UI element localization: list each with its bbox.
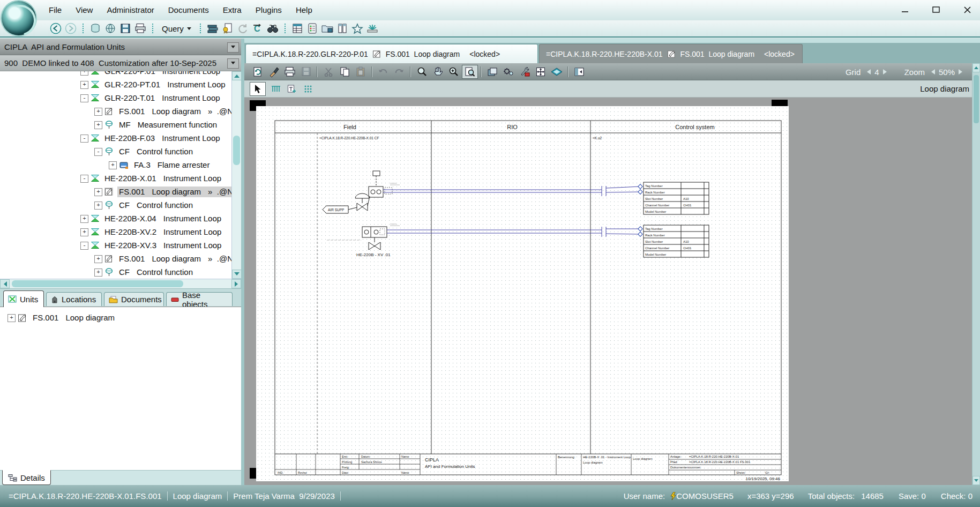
back-icon[interactable] bbox=[48, 21, 63, 35]
maximize-button[interactable] bbox=[927, 3, 945, 16]
expander[interactable]: + bbox=[80, 71, 88, 76]
grid-decrease-icon[interactable] bbox=[864, 69, 871, 74]
menu-view[interactable]: View bbox=[69, 0, 100, 20]
layer-selector[interactable]: 900 DEMO linked to 408 Customization aft… bbox=[0, 55, 241, 71]
display-options-icon[interactable] bbox=[500, 65, 517, 79]
redo-icon[interactable] bbox=[391, 65, 407, 79]
update-c-icon[interactable]: C bbox=[250, 21, 265, 35]
tab-locations[interactable]: Locations bbox=[46, 292, 102, 306]
tab-base-objects[interactable]: Base objects bbox=[166, 292, 233, 306]
query-dropdown[interactable]: Query bbox=[158, 22, 196, 35]
tree-item-selected[interactable]: + FS.001Loop diagram» .@Nam bbox=[0, 185, 231, 199]
minimize-button[interactable] bbox=[896, 3, 914, 16]
scroll-down-icon[interactable] bbox=[232, 270, 242, 279]
tree-item[interactable]: + CFControl function bbox=[0, 199, 231, 212]
document-tab-glr[interactable]: =CIPLA.K.18.R-220.GLR-220-P.01 FS.001 Lo… bbox=[245, 44, 538, 63]
tree-item[interactable]: + MFMeasurement function bbox=[0, 118, 231, 132]
menu-administrator[interactable]: Administrator bbox=[100, 0, 161, 20]
tab-units[interactable]: Units bbox=[3, 290, 44, 307]
copy-icon[interactable] bbox=[336, 65, 353, 79]
expander[interactable]: - bbox=[80, 242, 88, 250]
tools-icon[interactable] bbox=[517, 65, 533, 79]
expander[interactable]: + bbox=[94, 202, 102, 210]
menu-plugins[interactable]: Plugins bbox=[249, 0, 289, 20]
tree-item[interactable]: - HE-220B-F.03Instrument Loop bbox=[0, 132, 231, 145]
connection-comb-icon[interactable] bbox=[268, 82, 284, 96]
project-selector[interactable]: CIPLA API and Formulation Units bbox=[0, 39, 241, 55]
cut-icon[interactable] bbox=[320, 65, 336, 79]
expander[interactable]: + bbox=[80, 228, 88, 236]
certificate-document-icon[interactable] bbox=[220, 21, 235, 35]
grid-points-icon[interactable] bbox=[300, 82, 316, 96]
tab-details[interactable]: Details bbox=[2, 470, 51, 485]
expander[interactable]: + bbox=[80, 215, 88, 223]
print-icon[interactable] bbox=[133, 21, 148, 35]
select-cursor-icon[interactable] bbox=[250, 82, 266, 96]
expander[interactable]: + bbox=[94, 188, 102, 196]
zoom-increase-icon[interactable] bbox=[959, 69, 965, 74]
close-button[interactable] bbox=[959, 3, 976, 16]
tree-item[interactable]: - CFControl function bbox=[0, 145, 231, 159]
query-table-icon[interactable] bbox=[290, 21, 305, 35]
checklist-document-icon[interactable] bbox=[305, 21, 320, 35]
save-icon[interactable] bbox=[118, 21, 133, 35]
tree-item[interactable]: + HE-220B-X.04Instrument Loop bbox=[0, 212, 231, 226]
document-vertical-scrollbar[interactable] bbox=[972, 63, 980, 485]
scroll-right-icon[interactable] bbox=[231, 279, 241, 288]
project-dropdown-icon[interactable] bbox=[227, 42, 239, 53]
lens-3d-icon[interactable] bbox=[549, 65, 565, 79]
scrollbar-thumb[interactable] bbox=[233, 136, 240, 165]
insert-text-icon[interactable] bbox=[284, 82, 300, 96]
expander[interactable]: + bbox=[94, 121, 102, 129]
scrollbar-thumb[interactable] bbox=[974, 75, 979, 123]
forward-icon[interactable] bbox=[63, 21, 78, 35]
expander[interactable]: + bbox=[109, 161, 117, 169]
layers-icon[interactable] bbox=[484, 65, 500, 79]
columns-icon[interactable] bbox=[335, 21, 350, 35]
zoom-icon[interactable] bbox=[414, 65, 430, 79]
scroll-down-icon[interactable] bbox=[972, 476, 980, 485]
side-panel-icon[interactable] bbox=[571, 65, 587, 79]
tree-item[interactable]: + FA.3Flame arrester bbox=[0, 159, 231, 172]
tree-item[interactable]: + CFControl function bbox=[0, 266, 231, 279]
expander[interactable]: + bbox=[80, 81, 88, 89]
zoom-window-icon[interactable] bbox=[462, 65, 478, 79]
loop-diagram-canvas[interactable]: Field RIO Control system =CIPLA.K.18.R-2… bbox=[256, 106, 789, 481]
expander[interactable]: - bbox=[80, 175, 88, 183]
pan-hand-icon[interactable] bbox=[430, 65, 446, 79]
tree-vertical-scrollbar[interactable] bbox=[231, 71, 242, 279]
tab-documents[interactable]: Documents bbox=[104, 292, 164, 306]
document-tab-he[interactable]: =CIPLA.K.18.R-220.HE-220B-X.01 FS.001 Lo… bbox=[539, 44, 803, 63]
paste-icon[interactable] bbox=[353, 65, 369, 79]
tree-item[interactable]: - HE-220B-XV.3Instrument Loop bbox=[0, 239, 231, 252]
print-icon[interactable] bbox=[282, 65, 298, 79]
undo-icon[interactable] bbox=[375, 65, 391, 79]
reload-document-icon[interactable] bbox=[250, 65, 266, 79]
layer-dropdown-icon[interactable] bbox=[227, 58, 239, 69]
tree-item[interactable]: - GLR-220-T.01Instrument Loop bbox=[0, 92, 231, 105]
menu-help[interactable]: Help bbox=[289, 0, 319, 20]
refresh-icon[interactable] bbox=[235, 21, 250, 35]
expander[interactable]: + bbox=[94, 108, 102, 116]
folder-save-icon[interactable] bbox=[320, 21, 335, 35]
menu-documents[interactable]: Documents bbox=[161, 0, 216, 20]
globe-icon[interactable] bbox=[103, 21, 118, 35]
scrollbar-thumb[interactable] bbox=[12, 280, 183, 287]
save-icon[interactable] bbox=[298, 65, 314, 79]
scroll-left-icon[interactable] bbox=[0, 279, 10, 288]
redline-brush-icon[interactable] bbox=[266, 65, 282, 79]
bookshelf-icon[interactable] bbox=[205, 21, 220, 35]
tree-item[interactable]: - HE-220B-X.01Instrument Loop bbox=[0, 172, 231, 185]
expander[interactable]: - bbox=[94, 148, 102, 156]
tree-item[interactable]: + FS.001Loop diagram» .@Nam bbox=[0, 105, 231, 118]
tree-item[interactable]: + GLR-220-P.01Instrument Loop bbox=[0, 71, 231, 78]
expander[interactable]: + bbox=[94, 269, 102, 277]
grid-increase-icon[interactable] bbox=[883, 69, 889, 74]
zoom-decrease-icon[interactable] bbox=[929, 69, 935, 74]
expander[interactable]: + bbox=[94, 255, 102, 263]
zoom-in-icon[interactable] bbox=[446, 65, 462, 79]
tree-item[interactable]: + GLR-220-PT.01Instrument Loop bbox=[0, 78, 231, 92]
scroll-up-icon[interactable] bbox=[972, 63, 980, 72]
tree-horizontal-scrollbar[interactable] bbox=[0, 279, 241, 289]
tree-item[interactable]: + HE-220B-XV.2Instrument Loop bbox=[0, 226, 231, 239]
